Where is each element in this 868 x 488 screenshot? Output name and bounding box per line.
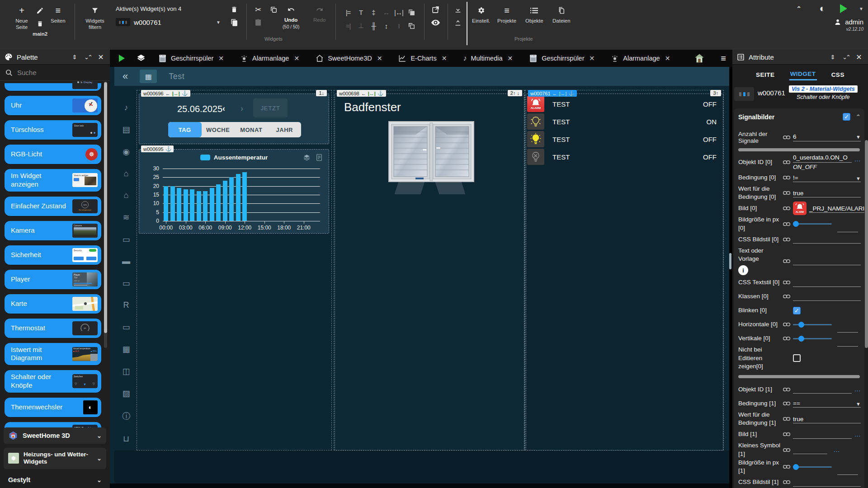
run-dropdown-caret[interactable]: ▼ xyxy=(859,6,863,11)
group-checkbox[interactable]: ✓ xyxy=(843,113,850,121)
redo-button[interactable]: Redo xyxy=(313,4,326,23)
widget-bath-window[interactable]: w000698←|↔|⚓ 2↑ ↓ Badfenster xyxy=(335,94,524,450)
copy-icon[interactable] xyxy=(268,4,279,15)
same-width-icon[interactable]: ↔ xyxy=(383,9,389,16)
widget-order-badge[interactable]: 3↑ xyxy=(710,90,721,96)
palette-item-karte[interactable]: Karte xyxy=(5,294,101,314)
editor-canvas[interactable]: « ▦ Test ♪▤◉⌂⌂≋▭▬▭R▭▦◫▨ⓘ⊔ w000696←|↔|⚓ 1… xyxy=(110,67,729,488)
settings-button[interactable]: Einstell. xyxy=(472,5,490,24)
close-tab-icon[interactable]: ✕ xyxy=(218,55,224,62)
link-icon[interactable] xyxy=(783,191,793,195)
palette-group-gestylt[interactable]: Gestylt⌄ xyxy=(4,473,106,487)
link-icon[interactable] xyxy=(783,135,793,140)
link-icon[interactable] xyxy=(783,206,793,211)
widget-dropdown-caret[interactable]: ▼ xyxy=(216,20,221,25)
now-button[interactable]: JETZT xyxy=(253,99,288,117)
signal-count-select[interactable]: 6▼ xyxy=(793,133,861,141)
chart-data-icon[interactable] xyxy=(316,154,322,161)
range-jahr[interactable]: JAHR xyxy=(268,122,302,137)
view-nav-icon-6[interactable]: ▭ xyxy=(122,235,130,244)
select-input[interactable]: !=▼ xyxy=(793,174,861,182)
view-tab-geschirrspüler[interactable]: Geschirrspüler✕ xyxy=(158,54,224,63)
palette-group-sweethome-3d[interactable]: SweetHome 3D⌄ xyxy=(4,427,106,444)
palette-search-input[interactable] xyxy=(17,69,85,76)
view-nav-icon-14[interactable]: ⓘ xyxy=(122,411,130,422)
more-button[interactable]: ... xyxy=(854,156,861,163)
delete-page-button[interactable] xyxy=(34,18,46,29)
link-icon[interactable] xyxy=(783,322,793,327)
view-nav-icon-12[interactable]: ◫ xyxy=(122,366,130,376)
link-icon[interactable] xyxy=(783,259,793,263)
send-back-icon[interactable] xyxy=(408,23,415,29)
link-icon[interactable] xyxy=(783,480,793,484)
palette-item-schalter-oder-knöpfe[interactable]: Schalter oder KnöpfeSwitches▽▼▽ xyxy=(5,370,101,393)
attr-tab-widget[interactable]: WIDGET xyxy=(789,69,817,80)
widget-set-link[interactable]: Vis 2 - Material-Widgets xyxy=(789,85,858,93)
slider-thumb[interactable] xyxy=(798,336,804,342)
text-input[interactable] xyxy=(793,478,861,487)
group-collapse-icon[interactable]: ⌃ xyxy=(856,113,861,120)
palette-item-uhr[interactable]: Uhr xyxy=(5,96,101,115)
view-tab-multimedia[interactable]: ♪Multimedia✕ xyxy=(463,54,513,62)
link-icon[interactable] xyxy=(783,160,793,164)
pages-button[interactable]: ≡ Seiten xyxy=(51,5,66,24)
attributes-close-icon[interactable]: ✕ xyxy=(854,53,863,61)
widget-label-w000695[interactable]: w000695⚓ xyxy=(141,145,174,152)
delete-widget-button[interactable] xyxy=(228,4,240,15)
link-icon[interactable] xyxy=(783,175,793,180)
slider-track[interactable] xyxy=(793,338,832,339)
palette-item-im-widget-anzeigen[interactable]: Im Widget anzeigenView in widget xyxy=(5,169,101,192)
range-tag[interactable]: TAG xyxy=(168,122,202,137)
close-tab-icon[interactable]: ✕ xyxy=(590,55,595,62)
signal-row-3[interactable]: TESTOFF xyxy=(527,149,722,165)
widget-signal-list[interactable]: w000761←|↔|⚓ 3↑ ALARMTESTOFFTESTONTESTOF… xyxy=(526,94,723,450)
widget-label-w000761[interactable]: w000761←|↔|⚓ xyxy=(528,90,577,97)
align-top-icon[interactable]: T xyxy=(359,9,363,16)
undo-button[interactable]: Undo (50 / 50) xyxy=(283,4,299,30)
link-icon[interactable] xyxy=(783,401,793,406)
view-tab-geschirrspüler[interactable]: Geschirrspüler✕ xyxy=(529,54,594,63)
widget-temperature-chart[interactable]: w000695⚓ Aussentemperatur 051015202530 0… xyxy=(139,149,329,234)
checkbox[interactable] xyxy=(793,354,801,362)
palette-collapse-icon[interactable]: ⌄⌃ xyxy=(83,54,92,61)
slider-value-input[interactable] xyxy=(837,339,858,347)
attributes-collapse-icon[interactable]: ⌄⌃ xyxy=(841,54,850,61)
widget-order-badge[interactable]: 2↑ ↓ xyxy=(508,90,522,96)
view-tab-alarmanlage[interactable]: Alarmanlage✕ xyxy=(240,54,299,62)
view-nav-icon-13[interactable]: ▨ xyxy=(122,389,130,399)
align-right-icon[interactable]: =| xyxy=(346,22,351,30)
filter-widgets-button[interactable]: Widgets filtern xyxy=(82,5,108,31)
palette-item-istwert-mit-diagramm[interactable]: Istwert mit DiagrammActual temperature■ … xyxy=(5,343,101,366)
cut-icon[interactable]: ✂ xyxy=(252,4,264,15)
link-icon[interactable] xyxy=(783,222,793,226)
tab-menu-icon[interactable]: ≡ xyxy=(721,53,726,64)
palette-item-rgb-licht[interactable]: RGB-Licht☸ xyxy=(5,145,101,164)
text-input[interactable]: true xyxy=(793,189,861,197)
palette-item-einfacher-zustand[interactable]: Einfacher Zustand15%Set temperature xyxy=(5,197,101,216)
info-icon[interactable]: i xyxy=(738,265,748,275)
view-nav-icon-3[interactable]: ⌂ xyxy=(124,169,129,178)
view-nav-icon-5[interactable]: ≋ xyxy=(123,212,129,222)
home-view-icon[interactable] xyxy=(694,53,704,63)
attr-tab-css[interactable]: CSS xyxy=(830,70,845,80)
view-nav-icon-9[interactable]: R xyxy=(123,300,129,310)
attr-tab-seite[interactable]: SEITE xyxy=(755,70,776,80)
text-input[interactable] xyxy=(793,257,861,265)
preview-eye-icon[interactable] xyxy=(429,17,441,28)
range-monat[interactable]: MONAT xyxy=(235,122,268,137)
palette-item-player[interactable]: PlayerPlayerTitle◁ ▷ ▹ xyxy=(5,270,101,289)
current-view-chip[interactable]: ▦ xyxy=(140,70,157,83)
link-icon[interactable] xyxy=(783,237,793,242)
palette-item-sicherheit[interactable]: SicherheitSecurity xyxy=(5,245,101,265)
paste-icon[interactable] xyxy=(252,17,264,28)
signal-row-0[interactable]: ALARMTESTOFF xyxy=(527,96,722,112)
slider-thumb[interactable] xyxy=(793,464,799,470)
link-icon[interactable] xyxy=(783,432,793,436)
widget-label-w000698[interactable]: w000698←|↔|⚓ xyxy=(337,90,386,97)
more-button[interactable]: ... xyxy=(854,431,861,438)
widget-order-badge[interactable]: 1↓ xyxy=(316,90,327,96)
import-icon[interactable] xyxy=(452,4,464,15)
palette-item-themenwechsler[interactable]: Themenwechsler◐ xyxy=(5,398,101,417)
bring-front-icon[interactable] xyxy=(408,9,415,16)
collapse-menu-icon[interactable]: « xyxy=(123,70,128,82)
